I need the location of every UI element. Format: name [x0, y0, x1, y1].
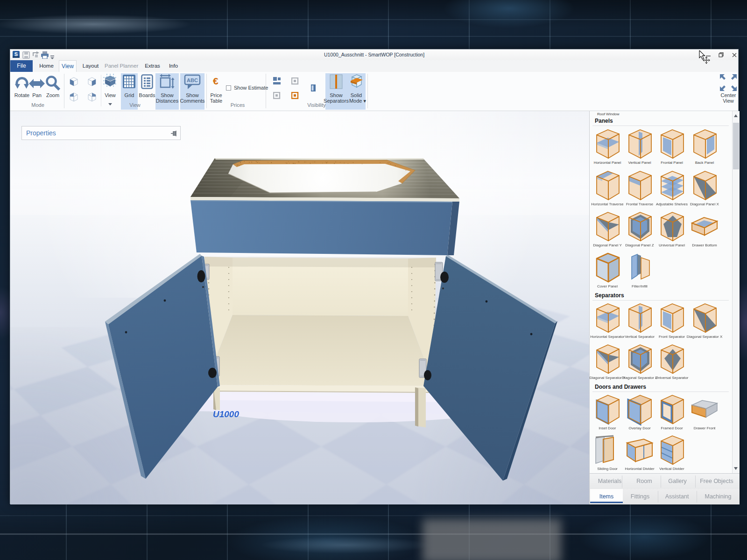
svg-text:U1000: U1000	[213, 409, 239, 419]
svg-text:ABC: ABC	[187, 77, 198, 83]
